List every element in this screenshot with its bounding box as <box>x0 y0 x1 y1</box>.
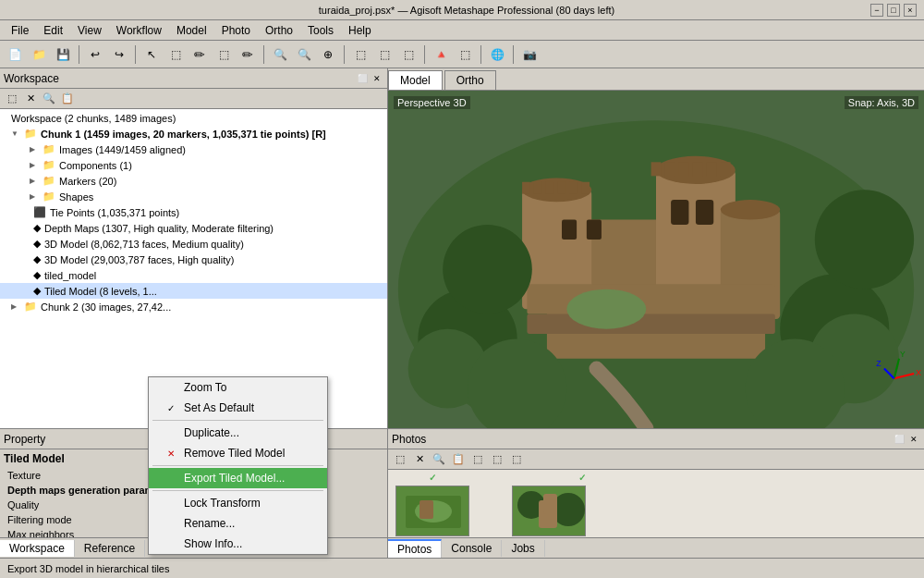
menu-bar: File Edit View Workflow Model Photo Orth… <box>0 20 924 41</box>
ws-tb-btn4[interactable]: 📋 <box>59 91 76 107</box>
ctx-rename[interactable]: Rename... <box>149 513 327 534</box>
tree-depthmaps-icon: ◆ <box>33 222 41 234</box>
view-tab-ortho[interactable]: Ortho <box>444 70 496 90</box>
tb-undo[interactable]: ↩ <box>84 43 106 66</box>
tb-fit[interactable]: ⊕ <box>317 43 339 66</box>
close-button[interactable]: × <box>904 4 917 17</box>
tree-markers[interactable]: ▶ 📁 Markers (20) <box>0 173 387 189</box>
tb-lasso[interactable]: ✏ <box>188 43 211 66</box>
ctx-sep3 <box>152 490 323 491</box>
tree-chunk2[interactable]: ▶ 📁 Chunk 2 (30 images, 27,42... <box>0 299 387 314</box>
menu-photo[interactable]: Photo <box>214 22 258 39</box>
menu-view[interactable]: View <box>70 22 109 39</box>
tree-tiledmodel-full[interactable]: ◆ Tiled Model (8 levels, 1... <box>0 283 387 299</box>
menu-ortho[interactable]: Ortho <box>258 22 300 39</box>
svg-rect-12 <box>534 182 542 194</box>
tree-tiepoints[interactable]: ⬛ Tie Points (1,035,371 points) <box>0 204 387 220</box>
tree-markers-arrow: ▶ <box>30 177 39 185</box>
tb-ortho-view[interactable]: ⬚ <box>454 43 476 66</box>
ctx-zoom-to[interactable]: Zoom To <box>149 377 327 398</box>
svg-rect-24 <box>587 220 602 240</box>
view-tab-model[interactable]: Model <box>388 70 443 90</box>
workspace-restore-btn[interactable]: ⬜ <box>356 72 369 85</box>
tab-console[interactable]: Console <box>442 540 502 557</box>
photos-tb-btn4[interactable]: 📋 <box>450 451 467 468</box>
tb-3d[interactable]: 🔺 <box>430 43 452 66</box>
menu-file[interactable]: File <box>4 22 36 39</box>
tree-shapes[interactable]: ▶ 📁 Shapes <box>0 189 387 204</box>
tb-camera[interactable]: 📷 <box>518 43 541 66</box>
photos-tb-btn3[interactable]: 🔍 <box>431 451 447 468</box>
3d-viewport[interactable]: X Y Z Perspective 3D Snap: Axis, 3D <box>388 91 924 428</box>
tree-chunk2-arrow: ▶ <box>11 302 20 311</box>
svg-point-4 <box>522 178 591 202</box>
ctx-info[interactable]: Show Info... <box>149 534 327 554</box>
tb-zoom-in[interactable]: 🔍 <box>269 43 291 66</box>
photo-thumb-1[interactable] <box>395 486 469 536</box>
tree-images[interactable]: ▶ 📁 Images (1449/1459 aligned) <box>0 141 387 157</box>
svg-rect-11 <box>522 182 530 194</box>
tb-magic[interactable]: ⬚ <box>213 43 235 66</box>
ctx-label-lock: Lock Transform <box>184 497 261 510</box>
tb-zoom-out[interactable]: 🔍 <box>293 43 315 66</box>
photos-tb-btn6[interactable]: ⬚ <box>489 451 505 468</box>
tree-depthmaps[interactable]: ◆ Depth Maps (1307, High quality, Modera… <box>0 220 387 236</box>
tree-chunk1-label: Chunk 1 (1459 images, 20 markers, 1,035,… <box>41 129 326 140</box>
svg-rect-45 <box>419 500 433 519</box>
svg-point-27 <box>566 289 646 329</box>
ctx-lock[interactable]: Lock Transform <box>149 493 327 513</box>
tb-points[interactable]: ⬚ <box>349 43 371 66</box>
tb-globe[interactable]: 🌐 <box>486 43 508 66</box>
perspective-label: Perspective 3D <box>394 96 470 109</box>
ctx-set-default[interactable]: ✓ Set As Default <box>149 398 327 418</box>
tab-jobs[interactable]: Jobs <box>502 540 544 557</box>
svg-text:Y: Y <box>900 350 906 359</box>
tab-photos[interactable]: Photos <box>388 539 442 558</box>
maximize-button[interactable]: □ <box>887 4 900 17</box>
tree-components[interactable]: ▶ 📁 Components (1) <box>0 157 387 173</box>
photo-check-2: ✓ <box>512 471 586 484</box>
photos-restore-btn[interactable]: ⬜ <box>893 433 906 446</box>
ws-tb-btn2[interactable]: ✕ <box>22 91 39 107</box>
ws-tab-workspace[interactable]: Workspace <box>0 540 75 557</box>
photos-close-btn[interactable]: ✕ <box>907 433 920 446</box>
menu-help[interactable]: Help <box>341 22 379 39</box>
menu-tools[interactable]: Tools <box>300 22 341 39</box>
tb-open[interactable]: 📁 <box>28 43 50 66</box>
tree-model1[interactable]: ◆ 3D Model (8,062,713 faces, Medium qual… <box>0 236 387 252</box>
tree-chunk1[interactable]: ▼ 📁 Chunk 1 (1459 images, 20 markers, 1,… <box>0 126 387 141</box>
photo-thumb-2[interactable] <box>512 486 586 536</box>
svg-rect-22 <box>721 162 731 176</box>
menu-model[interactable]: Model <box>169 22 214 39</box>
tb-grid[interactable]: ⬚ <box>373 43 395 66</box>
ctx-remove[interactable]: ✕ Remove Tiled Model <box>149 443 327 463</box>
tb-new[interactable]: 📄 <box>4 43 26 66</box>
ctx-label-default: Set As Default <box>184 401 254 414</box>
tb-rect-select[interactable]: ⬚ <box>164 43 187 66</box>
photos-tb-btn7[interactable]: ⬚ <box>508 451 525 468</box>
workspace-close-btn[interactable]: ✕ <box>371 72 383 85</box>
minimize-button[interactable]: − <box>870 4 883 17</box>
tb-redo[interactable]: ↪ <box>108 43 130 66</box>
menu-edit[interactable]: Edit <box>36 22 70 39</box>
photos-tb-btn1[interactable]: ⬚ <box>392 451 408 468</box>
property-title: Property <box>4 433 45 446</box>
ws-tb-btn1[interactable]: ⬚ <box>4 91 20 107</box>
main-toolbar: 📄 📁 💾 ↩ ↪ ↖ ⬚ ✏ ⬚ ✏ 🔍 🔍 ⊕ ⬚ ⬚ ⬚ 🔺 ⬚ 🌐 📷 <box>0 41 924 68</box>
ws-tb-btn3[interactable]: 🔍 <box>41 91 57 107</box>
tree-tiledmodel-name[interactable]: ◆ tiled_model <box>0 267 387 283</box>
photos-tb-btn5[interactable]: ⬚ <box>469 451 486 468</box>
menu-workflow[interactable]: Workflow <box>109 22 169 39</box>
tb-save[interactable]: 💾 <box>52 43 74 66</box>
svg-rect-50 <box>543 494 557 514</box>
ws-tab-reference[interactable]: Reference <box>75 540 145 557</box>
ctx-export[interactable]: Export Tiled Model... <box>149 468 327 488</box>
ctx-duplicate[interactable]: Duplicate... <box>149 423 327 443</box>
tb-mesh[interactable]: ⬚ <box>397 43 419 66</box>
tb-pen[interactable]: ✏ <box>237 43 259 66</box>
tree-model2[interactable]: ◆ 3D Model (29,003,787 faces, High quali… <box>0 252 387 267</box>
photos-tb-btn2[interactable]: ✕ <box>411 451 428 468</box>
svg-rect-25 <box>671 200 688 225</box>
tree-depthmaps-label: Depth Maps (1307, High quality, Moderate… <box>44 223 274 234</box>
tb-select[interactable]: ↖ <box>140 43 163 66</box>
